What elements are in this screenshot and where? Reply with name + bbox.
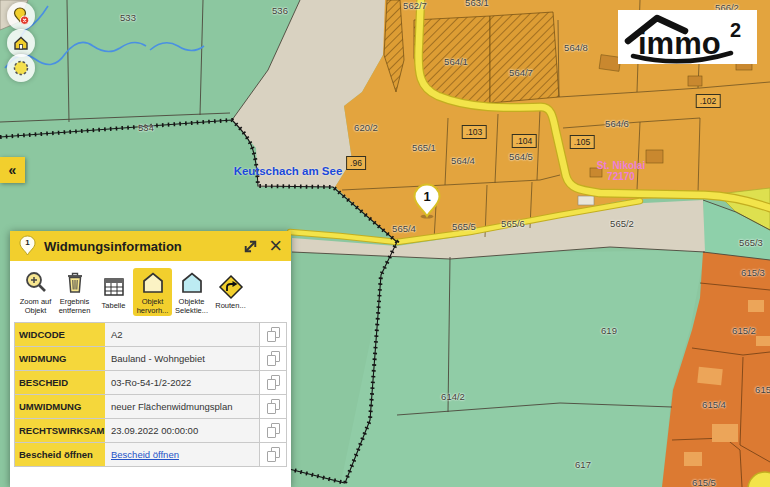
row-value: 03-Ro-54-1/2-2022 [105, 371, 259, 394]
district-label: St. Nikolai 72170 [597, 160, 645, 182]
panel-badge-pin: 1 [19, 235, 36, 257]
marker-number: 1 [413, 189, 441, 204]
zoom-to-object-button[interactable]: Zoom auf Objekt [16, 268, 55, 316]
copy-icon [267, 351, 280, 366]
row-label: RECHTSWIRKSAM [15, 419, 105, 442]
copy-button[interactable] [259, 323, 286, 346]
row-label: WIDMUNG [15, 347, 105, 370]
place-label: Keutschach am See [234, 165, 343, 177]
copy-button[interactable] [259, 371, 286, 394]
copy-button[interactable] [259, 419, 286, 442]
logo-text: immo [638, 26, 721, 61]
panel-close-button[interactable]: × [269, 236, 282, 256]
immo2-logo: immo 2 [618, 10, 757, 64]
home-icon [12, 35, 30, 51]
table-row: RECHTSWIRKSAM 23.09.2022 00:00:00 [15, 419, 286, 443]
row-label: WIDCODE [15, 323, 105, 346]
logo-superscript: 2 [730, 19, 741, 41]
row-value: A2 [105, 323, 259, 346]
table-button[interactable]: Tabelle [94, 268, 133, 316]
row-value: neuer Flächenwidmungsplan [105, 395, 259, 418]
remove-result-icon [62, 270, 88, 296]
tool-label: Routen... [215, 301, 245, 310]
route-button[interactable]: Routen... [211, 268, 250, 316]
row-label: BESCHEID [15, 371, 105, 394]
copy-button[interactable] [259, 443, 286, 466]
remove-result-button[interactable]: Ergebnis entfernen [55, 268, 94, 316]
panel-badge-number: 1 [19, 238, 36, 247]
tool-label: Selektie... [175, 306, 208, 315]
table-row: BESCHEID 03-Ro-54-1/2-2022 [15, 371, 286, 395]
table-row: WIDMUNG Bauland - Wohngebiet [15, 347, 286, 371]
panel-header: 1 Widmungsinformation × [10, 231, 291, 261]
panel-expand-button[interactable] [242, 238, 259, 255]
open-bescheid-link[interactable]: Bescheid öffnen [111, 449, 179, 460]
copy-icon [267, 447, 280, 462]
select-objects-button[interactable]: Objekte Selektie... [172, 268, 211, 316]
widmungsinformation-panel: 1 Widmungsinformation × Zoom auf [10, 231, 291, 487]
route-icon [218, 274, 244, 300]
marker-tool-button[interactable] [7, 2, 35, 30]
result-marker[interactable]: 1 [413, 183, 441, 219]
tool-label: hervorh... [137, 306, 169, 315]
district-label-number: 72170 [597, 171, 645, 182]
table-row: Bescheid öffnen Bescheid öffnen [15, 443, 286, 467]
panel-toolbar: Zoom auf Objekt Ergebnis entfernen [10, 261, 291, 318]
table-row: WIDCODE A2 [15, 323, 286, 347]
expand-diagonal-icon [242, 238, 259, 255]
row-value: Bescheid öffnen [105, 443, 259, 466]
row-label: Bescheid öffnen [15, 443, 105, 466]
immo2-logo-graphic: immo 2 [618, 10, 757, 64]
circle-select-button[interactable] [7, 54, 35, 82]
home-button[interactable] [7, 29, 35, 57]
copy-button[interactable] [259, 395, 286, 418]
copy-icon [267, 327, 280, 342]
highlight-object-button[interactable]: Objekt hervorh... [133, 268, 172, 316]
tool-label: entfernen [59, 306, 91, 315]
table-icon [101, 274, 127, 300]
pin-badge-icon [12, 7, 30, 26]
tool-label: Tabelle [102, 301, 126, 310]
panel-title: Widmungsinformation [44, 239, 232, 254]
district-label-name: St. Nikolai [597, 160, 645, 171]
row-value: Bauland - Wohngebiet [105, 347, 259, 370]
tool-label: Objekt [25, 306, 47, 315]
copy-icon [267, 423, 280, 438]
copy-button[interactable] [259, 347, 286, 370]
highlight-object-icon [140, 270, 166, 296]
row-value: 23.09.2022 00:00:00 [105, 419, 259, 442]
table-row: UMWIDMUNG neuer Flächenwidmungsplan [15, 395, 286, 419]
sidebar-collapse-button[interactable]: « [0, 157, 25, 183]
map-application: 533536534562/7563/1566/2564/1564/7564/8.… [0, 0, 770, 487]
copy-icon [267, 375, 280, 390]
attribute-table: WIDCODE A2 WIDMUNG Bauland - Wohngebiet … [14, 322, 287, 467]
circle-tool-icon [12, 59, 30, 77]
row-label: UMWIDMUNG [15, 395, 105, 418]
select-objects-icon [179, 270, 205, 296]
zoom-to-object-icon [23, 270, 49, 296]
copy-icon [267, 399, 280, 414]
